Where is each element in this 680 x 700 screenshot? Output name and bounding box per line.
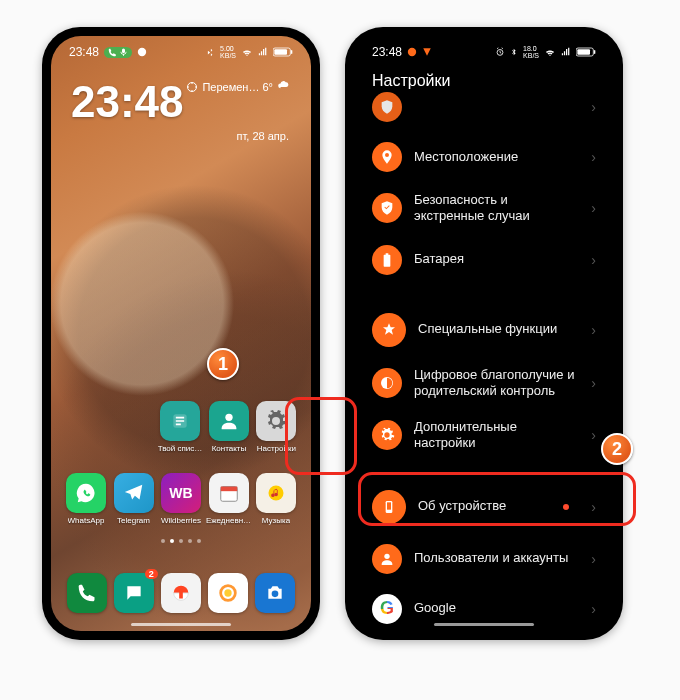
user-icon <box>372 544 402 574</box>
wifi-icon <box>544 47 556 57</box>
signal-icon <box>561 47 571 57</box>
status-time: 23:48 <box>372 45 402 59</box>
music-icon <box>256 473 296 513</box>
alarm-icon <box>495 47 505 57</box>
chevron-right-icon: › <box>591 375 596 391</box>
chevron-right-icon: › <box>591 427 596 443</box>
dock-gallery[interactable] <box>208 573 248 613</box>
star-icon <box>372 313 406 347</box>
app-wildberries[interactable]: WB Wildberries <box>158 473 204 525</box>
telegram-icon <box>114 473 154 513</box>
chevron-right-icon: › <box>591 499 596 515</box>
settings-item-about[interactable]: Об устройстве › <box>364 480 604 534</box>
contacts-icon <box>209 401 249 441</box>
calendar-icon <box>209 473 249 513</box>
svg-point-13 <box>408 48 416 56</box>
step-badge-2: 2 <box>601 433 633 465</box>
app-settings[interactable]: Настройки <box>256 401 297 453</box>
shield-icon <box>372 193 402 223</box>
google-icon: G <box>372 594 402 624</box>
dock: 2 <box>51 573 311 613</box>
dock-browser[interactable] <box>161 573 201 613</box>
net-speed: 18.0 KB/S <box>523 45 539 59</box>
app-telegram[interactable]: Telegram <box>111 473 157 525</box>
svg-rect-16 <box>577 49 590 54</box>
settings-item-additional[interactable]: Дополнительные настройки › <box>364 409 604 462</box>
app-row-1: Твой спис… Контакты Настройки <box>51 401 311 453</box>
bluetooth-icon <box>510 47 518 57</box>
app-contacts[interactable]: Контакты <box>208 401 249 453</box>
svg-point-21 <box>384 553 389 558</box>
settings-item-wellbeing[interactable]: Цифровое благополучие и родительский кон… <box>364 357 604 410</box>
settings-screen: 23:48 18.0 KB/S Настройки › <box>354 36 614 631</box>
settings-list[interactable]: › Местоположение › Безопасность и экстре… <box>354 82 614 631</box>
dock-camera[interactable] <box>255 573 295 613</box>
page-indicator <box>51 539 311 543</box>
app-row-2: WhatsApp Telegram WB Wildberries Еже <box>51 473 311 525</box>
phone-info-icon <box>372 490 406 524</box>
app-indicator-icon <box>407 47 417 57</box>
app-whatsapp[interactable]: WhatsApp <box>63 473 109 525</box>
settings-item-users[interactable]: Пользователи и аккаунты › <box>364 534 604 584</box>
navigation-handle[interactable] <box>434 623 534 626</box>
left-phone-frame: 23:48 5.00KB/S 23:48 Перемен… 6° <box>42 27 320 640</box>
wellbeing-icon <box>372 368 402 398</box>
navigation-handle[interactable] <box>131 623 231 626</box>
chevron-right-icon: › <box>591 322 596 338</box>
battery-icon <box>372 245 402 275</box>
app-daily[interactable]: Ежедневн… <box>206 473 252 525</box>
privacy-icon <box>372 92 402 122</box>
gear-icon <box>256 401 296 441</box>
battery-icon <box>576 47 596 57</box>
settings-item-location[interactable]: Местоположение › <box>364 132 604 182</box>
chevron-right-icon: › <box>591 99 596 115</box>
wildberries-icon: WB <box>161 473 201 513</box>
step-badge-1: 1 <box>207 348 239 380</box>
app-music[interactable]: Музыка <box>253 473 299 525</box>
chevron-right-icon: › <box>591 601 596 617</box>
chevron-right-icon: › <box>591 200 596 216</box>
location-icon <box>372 142 402 172</box>
settings-item-special[interactable]: Специальные функции › <box>364 303 604 357</box>
right-phone-frame: 23:48 18.0 KB/S Настройки › <box>345 27 623 640</box>
svg-rect-10 <box>179 589 183 598</box>
chevron-right-icon: › <box>591 252 596 268</box>
gear-icon <box>372 420 402 450</box>
chevron-right-icon: › <box>591 149 596 165</box>
dock-messages[interactable]: 2 <box>114 573 154 613</box>
svg-rect-17 <box>594 50 595 54</box>
chevron-right-icon: › <box>591 551 596 567</box>
app-indicator-icon <box>422 47 432 57</box>
svg-point-12 <box>224 589 231 596</box>
svg-rect-8 <box>220 487 237 492</box>
list-icon <box>160 401 200 441</box>
settings-item-security[interactable]: Безопасность и экстренные случаи › <box>364 182 604 235</box>
app-your-list[interactable]: Твой спис… <box>158 401 203 453</box>
svg-rect-20 <box>387 502 391 509</box>
notification-dot-icon <box>563 504 569 510</box>
home-screen: 23:48 5.00KB/S 23:48 Перемен… 6° <box>51 36 311 631</box>
settings-item-battery[interactable]: Батарея › <box>364 235 604 285</box>
dock-phone[interactable] <box>67 573 107 613</box>
whatsapp-icon <box>66 473 106 513</box>
svg-point-6 <box>225 414 232 421</box>
status-bar: 23:48 18.0 KB/S <box>354 36 614 64</box>
